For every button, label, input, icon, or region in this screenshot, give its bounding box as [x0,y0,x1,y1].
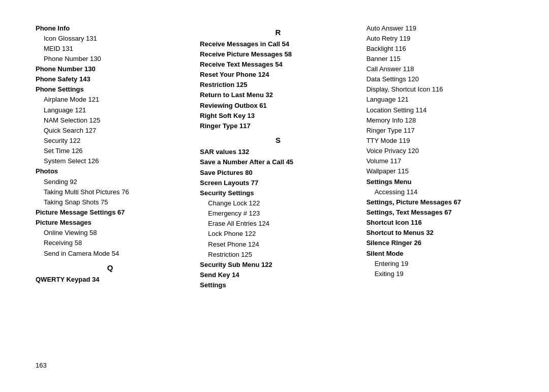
index-entry: Right Soft Key 13 [200,111,356,121]
index-entry: Location Setting 114 [367,105,508,115]
index-entry: Airplane Mode 121 [36,95,185,105]
index-entry: Receiving 58 [36,238,185,248]
index-entry: Ringer Type 117 [367,126,508,136]
col-left: Phone InfoIcon Glossary 131MEID 131Phone… [36,23,190,354]
index-entry: Send in Camera Mode 54 [36,249,185,259]
index-entry: Phone Number 130 [36,54,185,64]
index-entry: SAR values 132 [200,147,356,157]
index-entry: Reset Phone 124 [200,239,356,250]
index-entry: Reviewing Outbox 61 [200,101,356,111]
index-entry: Settings Menu [367,177,508,187]
index-entry: Auto Retry 119 [367,34,508,44]
index-entry: Call Answer 118 [367,64,508,74]
index-entry: Quick Search 127 [36,126,185,136]
index-entry: Shortcut Icon 116 [367,218,508,228]
index-entry: Phone Safety 143 [36,74,185,84]
index-entry: Picture Message Settings 67 [36,207,185,218]
index-entry: Language 121 [367,95,508,105]
index-entry: Auto Answer 119 [367,23,508,34]
index-entry: Receive Picture Messages 58 [200,49,356,59]
index-entry: Set Time 126 [36,146,185,156]
index-entry: Lock Phone 122 [200,229,356,239]
index-entry: Receive Messages in Call 54 [200,39,356,49]
index-entry: Silent Mode [367,249,508,259]
index-entry: Phone Settings [36,84,185,95]
index-entry: Ringer Type 117 [200,121,356,131]
index-entry: Restriction 125 [200,80,356,90]
index-entry: Display, Shortcut Icon 116 [367,84,508,95]
index-entry: Return to Last Menu 32 [200,90,356,100]
index-entry: Reset Your Phone 124 [200,70,356,80]
section-letter: Q [36,262,185,274]
index-entry: Phone Number 130 [36,64,185,74]
index-entry: Backlight 116 [367,44,508,54]
index-entry: Erase All Entries 124 [200,219,356,229]
index-entry: Volume 117 [367,156,508,166]
index-entry: Send Key 14 [200,270,356,280]
index-entry: Memory Info 128 [367,115,508,126]
index-entry: Entering 19 [367,259,508,269]
index-entry: Taking Snap Shots 75 [36,197,185,207]
index-entry: Phone Info [36,23,185,34]
index-entry: Settings, Text Messages 67 [367,207,508,218]
col-mid: RReceive Messages in Call 54Receive Pict… [190,23,361,354]
index-entry: QWERTY Keypad 34 [36,275,185,285]
index-entry: Save a Number After a Call 45 [200,157,356,167]
index-entry: Change Lock 122 [200,198,356,208]
index-entry: Screen Layouts 77 [200,178,356,188]
index-entry: MEID 131 [36,44,185,54]
col-right: Auto Answer 119Auto Retry 119Backlight 1… [361,23,513,354]
index-entry: Language 121 [36,105,185,115]
page: Phone InfoIcon Glossary 131MEID 131Phone… [36,23,513,369]
index-entry: Taking Multi Shot Pictures 76 [36,187,185,197]
index-entry: Settings, Picture Messages 67 [367,197,508,207]
index-entry: Security Sub Menu 122 [200,260,356,270]
index-entry: Online Viewing 58 [36,228,185,238]
index-entry: System Select 126 [36,156,185,166]
index-entry: Sending 92 [36,177,185,187]
index-entry: Picture Messages [36,218,185,228]
index-entry: Banner 115 [367,54,508,64]
index-entry: Security Settings [200,188,356,198]
index-entry: Photos [36,166,185,176]
index-entry: Wallpaper 115 [367,166,508,176]
index-entry: Data Settings 120 [367,74,508,84]
page-number: 163 [36,361,513,369]
index-entry: Restriction 125 [200,250,356,260]
section-letter: S [200,134,356,146]
index-entry: Shortcut to Menus 32 [367,228,508,238]
index-entry: Silence Ringer 26 [367,238,508,248]
index-entry: Save Pictures 80 [200,168,356,178]
section-letter: R [200,26,356,38]
index-entry: Security 122 [36,136,185,146]
index-entry: Receive Text Messages 54 [200,59,356,70]
index-entry: Voice Privacy 120 [367,146,508,156]
index-entry: Accessing 114 [367,187,508,197]
columns: Phone InfoIcon Glossary 131MEID 131Phone… [36,23,513,354]
index-entry: NAM Selection 125 [36,115,185,126]
index-entry: Exiting 19 [367,269,508,279]
index-entry: Emergency # 123 [200,208,356,219]
index-entry: Settings [200,280,356,290]
index-entry: TTY Mode 119 [367,136,508,146]
index-entry: Icon Glossary 131 [36,34,185,44]
